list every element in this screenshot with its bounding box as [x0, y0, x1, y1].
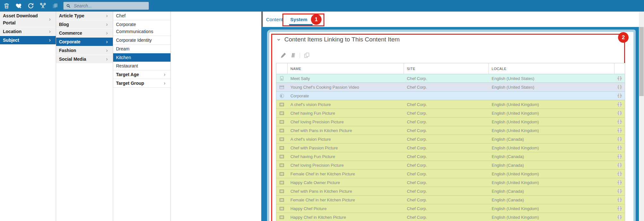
column-header-site[interactable]: SITE	[404, 63, 489, 74]
edit-icon[interactable]	[280, 52, 287, 59]
table-row[interactable]: Chef having Fun PictureChef Corp.English…	[276, 152, 625, 161]
item-type-cell	[276, 178, 288, 187]
table-row[interactable]: Chef with Pans in Kitchen PictureChef Co…	[276, 187, 625, 195]
menu-item-target-age[interactable]: Target Age›	[113, 70, 171, 79]
globe-icon[interactable]	[617, 111, 622, 115]
globe-icon[interactable]	[617, 198, 622, 202]
item-actions-cell	[615, 74, 625, 83]
menu-item-dream[interactable]: Dream	[113, 45, 171, 53]
globe-icon[interactable]	[617, 154, 622, 159]
menu-item-corporate-commmunications[interactable]: Corporate Commmunications	[113, 20, 171, 36]
menu-item-target-group[interactable]: Target Group›	[113, 79, 171, 88]
item-actions-cell	[615, 161, 625, 169]
cut-icon[interactable]	[39, 2, 46, 9]
menu-item-label: Chef	[116, 12, 126, 19]
table-row[interactable]: Chef with Pans in Kitchen PictureChef Co…	[276, 126, 625, 135]
item-site-cell: Chef Corp.	[404, 187, 489, 195]
table-row[interactable]: Young Chef's Cooking Passion VideoChef C…	[276, 83, 625, 91]
table-row[interactable]: Corporate	[276, 91, 625, 100]
menu-item-corporate-identity[interactable]: Corporate Identity	[113, 36, 171, 45]
tab-content[interactable]: Content	[266, 17, 283, 22]
item-name-cell: Female Chef in her Kitchen Picture	[288, 170, 404, 178]
vertical-scrollbar[interactable]	[639, 12, 644, 221]
item-locale-cell: English (United Kingdom)	[489, 118, 615, 126]
submenu-arrow-icon: ›	[106, 48, 108, 53]
item-actions-cell	[615, 83, 625, 91]
globe-icon[interactable]	[617, 189, 622, 193]
globe-icon[interactable]	[617, 206, 622, 211]
menu-item-asset-download-portal[interactable]: Asset Download Portal›	[0, 12, 56, 27]
copy-icon[interactable]	[303, 52, 310, 59]
item-locale-cell: English (United States)	[489, 74, 615, 83]
menu-item-kitchen[interactable]: Kitchen	[113, 53, 171, 62]
column-header-locale[interactable]: LOCALE	[489, 63, 615, 74]
table-row[interactable]: Chef having Fun PictureChef Corp.English…	[276, 109, 625, 117]
globe-icon[interactable]	[617, 76, 622, 81]
table-row[interactable]: Happy Cafe Owner PictureChef Corp.Englis…	[276, 178, 625, 187]
table-row[interactable]: Chef with Passion PictureChef Corp.Engli…	[276, 143, 625, 152]
menu-item-subject[interactable]: Subject›	[0, 36, 56, 44]
globe-icon[interactable]	[617, 102, 622, 107]
table-row[interactable]: Happy Chef in Kitchen PictureChef Corp.E…	[276, 213, 625, 221]
versions-icon[interactable]	[290, 52, 297, 58]
menu-item-label: Location	[3, 28, 21, 35]
refresh-icon[interactable]	[27, 2, 34, 9]
item-actions-cell	[615, 109, 625, 117]
submenu-arrow-icon: ›	[106, 39, 108, 44]
table-row[interactable]: Female Chef in her Kitchen PictureChef C…	[276, 195, 625, 204]
item-actions-cell	[615, 144, 625, 152]
globe-icon[interactable]	[617, 137, 622, 141]
menu-item-fashion[interactable]: Fashion›	[56, 46, 113, 55]
item-name-cell: A chef's vision Picture	[288, 100, 404, 109]
globe-icon[interactable]	[617, 128, 622, 133]
item-site-cell: Chef Corp.	[404, 100, 489, 109]
globe-icon[interactable]	[617, 85, 622, 89]
search-input[interactable]	[73, 3, 146, 9]
panel-section-header[interactable]: Content Items Linking to This Content It…	[277, 36, 400, 43]
menu-item-article-type[interactable]: Article Type›	[56, 12, 113, 20]
item-actions-cell	[615, 187, 625, 195]
item-name-cell: Chef loving Precision Picture	[288, 118, 404, 126]
globe-icon[interactable]	[617, 163, 622, 167]
trash-icon[interactable]	[3, 2, 10, 9]
globe-icon[interactable]	[617, 180, 622, 185]
menu-item-chef[interactable]: Chef	[113, 12, 171, 20]
globe-icon[interactable]	[617, 119, 622, 124]
table-header-row: NAME SITE LOCALE	[276, 63, 625, 74]
item-site-cell: Chef Corp.	[404, 196, 489, 204]
table-row[interactable]: Happy Chef PictureChef Corp.English (Uni…	[276, 204, 625, 213]
table-row[interactable]: Chef loving Precision PictureChef Corp.E…	[276, 161, 625, 169]
table-row[interactable]: Female Chef in her Kitchen PictureChef C…	[276, 169, 625, 178]
tab-system[interactable]: System	[290, 17, 307, 22]
globe-icon[interactable]	[617, 93, 622, 98]
menu-item-corporate[interactable]: Corporate›	[56, 38, 113, 46]
globe-icon[interactable]	[617, 172, 622, 176]
item-type-cell	[276, 187, 288, 195]
copy-icon[interactable]	[52, 2, 59, 9]
item-type-cell	[276, 83, 288, 91]
globe-icon[interactable]	[617, 215, 622, 219]
item-locale-cell: English (United Kingdom)	[489, 204, 615, 213]
table-row[interactable]: A chef's vision PictureChef Corp.English…	[276, 135, 625, 143]
picture-icon	[280, 155, 284, 158]
table-row[interactable]: A chef's vision PictureChef Corp.English…	[276, 100, 625, 109]
item-locale-cell: English (United Kingdom)	[489, 170, 615, 178]
picture-icon	[280, 111, 284, 115]
search-box[interactable]	[63, 2, 149, 10]
menu-item-commerce[interactable]: Commerce›	[56, 29, 113, 37]
table-row[interactable]: Meet SallyChef Corp.English (United Stat…	[276, 74, 625, 83]
item-locale-cell: English (United States)	[489, 83, 615, 91]
globe-icon[interactable]	[617, 146, 622, 150]
item-type-cell	[276, 144, 288, 152]
menu-item-social-media[interactable]: Social Media›	[56, 55, 113, 63]
scrollbar-thumb[interactable]	[639, 27, 644, 96]
submenu-arrow-icon: ›	[49, 29, 51, 34]
item-name-cell: Chef with Pans in Kitchen Picture	[288, 187, 404, 195]
menu-item-restaurant[interactable]: Restaurant	[113, 62, 171, 70]
menu-item-blog[interactable]: Blog›	[56, 20, 113, 29]
column-header-name[interactable]: NAME	[288, 63, 404, 74]
table-row[interactable]: Chef loving Precision PictureChef Corp.E…	[276, 117, 625, 126]
favorite-add-icon[interactable]	[15, 2, 22, 9]
menu-item-location[interactable]: Location›	[0, 27, 56, 36]
item-locale-cell	[489, 92, 615, 100]
